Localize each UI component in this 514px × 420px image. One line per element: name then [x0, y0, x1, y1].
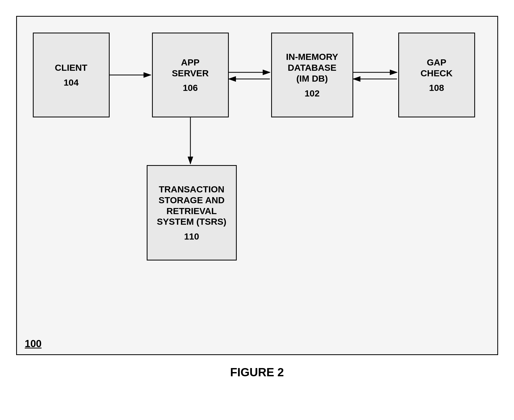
system-boundary-box: 100 CLIENT 104 APPSERVER 106 IN-MEMORYDA…: [16, 16, 498, 355]
tsrs-box: TRANSACTIONSTORAGE ANDRETRIEVALSYSTEM (T…: [147, 165, 237, 260]
inmemory-title: IN-MEMORYDATABASE(IM DB): [286, 51, 338, 84]
inmemory-number: 102: [305, 88, 320, 99]
inmemory-box: IN-MEMORYDATABASE(IM DB) 102: [271, 33, 353, 117]
appserver-title: APPSERVER: [172, 57, 209, 79]
gapcheck-number: 108: [429, 83, 444, 93]
appserver-number: 106: [183, 83, 198, 93]
appserver-box: APPSERVER 106: [152, 33, 229, 117]
gapcheck-box: GAPCHECK 108: [398, 33, 475, 117]
client-number: 104: [64, 77, 79, 88]
diagram-area: CLIENT 104 APPSERVER 106 IN-MEMORYDATABA…: [33, 33, 481, 338]
client-title: CLIENT: [55, 62, 87, 73]
tsrs-title: TRANSACTIONSTORAGE ANDRETRIEVALSYSTEM (T…: [157, 184, 226, 227]
figure-label: FIGURE 2: [230, 366, 284, 379]
gapcheck-title: GAPCHECK: [421, 57, 453, 79]
tsrs-number: 110: [184, 231, 199, 242]
client-box: CLIENT 104: [33, 33, 110, 117]
system-number-label: 100: [25, 338, 42, 350]
